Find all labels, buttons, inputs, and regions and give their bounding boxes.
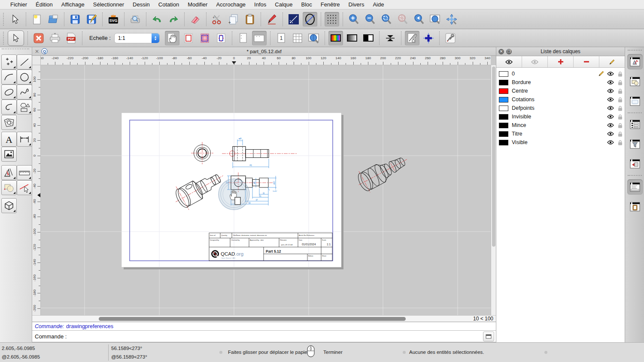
tab-title[interactable]: * part_05.12.dxf xyxy=(32,49,496,54)
line-tool-icon[interactable] xyxy=(17,54,32,69)
zoom-in-icon[interactable] xyxy=(346,12,361,27)
grayscale-mode-icon[interactable] xyxy=(345,31,359,45)
lengthen-tool-icon[interactable] xyxy=(286,12,301,27)
menu-selectionner[interactable]: Sélectionner xyxy=(89,1,128,8)
zoom-previous-icon[interactable] xyxy=(412,12,426,27)
paste-icon[interactable] xyxy=(243,12,257,27)
layer-row-Mince[interactable]: Mince xyxy=(496,121,625,130)
menu-fenetre[interactable]: Fenêtre xyxy=(316,1,344,8)
solid-3d-tool-icon[interactable] xyxy=(1,198,17,213)
menu-bloc[interactable]: Bloc xyxy=(297,1,316,8)
layer-row-0[interactable]: 0 xyxy=(496,69,625,78)
dock-library-browser-icon[interactable] xyxy=(627,156,643,172)
layer-row-Centre[interactable]: Centre xyxy=(496,87,625,95)
paper-offset-icon[interactable] xyxy=(383,31,398,45)
svg-export-icon[interactable]: SVG xyxy=(106,12,121,27)
palette-drag-handle[interactable] xyxy=(2,48,29,49)
paper-fit-icon[interactable] xyxy=(214,31,228,45)
menu-infos[interactable]: Infos xyxy=(250,1,270,8)
menu-accrochage[interactable]: Accrochage xyxy=(212,1,250,8)
canvas-horizontal-scrollbar[interactable]: 10 < 100 xyxy=(32,315,496,322)
copy-icon[interactable]: + xyxy=(226,12,241,27)
point-tool-icon[interactable] xyxy=(1,54,17,69)
tab-close-icon[interactable]: ✕ xyxy=(35,48,39,54)
arc-tool-icon[interactable] xyxy=(1,69,17,84)
polyline-tool-icon[interactable] xyxy=(1,100,17,115)
layer-visibility-eye-icon[interactable] xyxy=(606,97,615,102)
page-portrait-icon[interactable] xyxy=(236,31,250,45)
scale-combobox[interactable]: 1:1 ▲▼ xyxy=(114,33,160,43)
eraser-icon[interactable] xyxy=(188,12,203,27)
ellipse-modify-tool-icon[interactable] xyxy=(303,12,317,27)
layer-visibility-eye-icon[interactable] xyxy=(606,72,615,76)
add-layer-icon[interactable] xyxy=(548,56,574,67)
layer-lock-icon[interactable] xyxy=(615,88,625,94)
layer-row-Titre[interactable]: Titre xyxy=(496,130,625,138)
paper-overlay-icon[interactable] xyxy=(197,31,212,45)
block-tool-icon[interactable] xyxy=(1,180,17,195)
zoom-auto-icon[interactable] xyxy=(379,12,394,27)
circle-tool-icon[interactable] xyxy=(17,69,32,84)
layer-visibility-eye-icon[interactable] xyxy=(606,106,615,110)
scale-stepper-icon[interactable]: ▲▼ xyxy=(152,33,159,43)
layer-visibility-eye-icon[interactable] xyxy=(606,115,615,119)
dock-layer-list-icon[interactable] xyxy=(627,54,643,69)
menu-calque[interactable]: Calque xyxy=(270,1,297,8)
ellipse-tool-icon[interactable] xyxy=(1,84,17,100)
layer-visibility-eye-icon[interactable] xyxy=(606,140,615,145)
menu-dessin[interactable]: Dessin xyxy=(128,1,154,8)
layer-visibility-eye-icon[interactable] xyxy=(606,123,615,127)
pointer-tool-icon[interactable] xyxy=(8,12,22,27)
page-landscape-icon[interactable] xyxy=(252,31,267,45)
dock-command-line-icon[interactable] xyxy=(627,179,643,195)
menu-fichier[interactable]: Fichier xyxy=(6,1,31,8)
layer-lock-icon[interactable] xyxy=(615,140,625,145)
layer-lock-icon[interactable] xyxy=(615,97,625,103)
hide-all-layers-eye-icon[interactable] xyxy=(522,56,548,67)
layer-row-Defpoints[interactable]: Defpoints xyxy=(496,104,625,112)
misc-draw-tool-icon[interactable] xyxy=(1,165,17,180)
text-tool-icon[interactable]: A xyxy=(1,132,17,147)
layer-lock-icon[interactable] xyxy=(615,114,625,120)
v-scroll-thumb[interactable] xyxy=(492,66,495,247)
dock-clipboard-panel-icon[interactable] xyxy=(627,199,643,214)
print-icon[interactable] xyxy=(48,31,62,45)
menu-divers[interactable]: Divers xyxy=(344,1,369,8)
grid-toggle-icon[interactable] xyxy=(325,12,339,27)
save-file-icon[interactable] xyxy=(68,12,82,27)
panel-float-icon[interactable]: ❐ xyxy=(506,49,512,54)
command-expand-button[interactable] xyxy=(483,332,494,341)
layer-row-Cotations[interactable]: Cotations xyxy=(496,95,625,104)
zoom-page-icon[interactable] xyxy=(307,31,321,45)
h-scroll-thumb[interactable] xyxy=(99,317,406,321)
dimension-tool-icon[interactable] xyxy=(17,132,32,147)
image-tool-icon[interactable] xyxy=(1,147,17,162)
color-mode-icon[interactable] xyxy=(328,31,343,45)
close-print-preview-icon[interactable] xyxy=(31,31,46,45)
draw-pencil-icon[interactable] xyxy=(264,12,279,27)
canvas-vertical-scrollbar[interactable] xyxy=(491,65,496,315)
save-as-file-icon[interactable] xyxy=(84,12,99,27)
paper-borders-icon[interactable] xyxy=(181,31,196,45)
dock-view-list-icon[interactable] xyxy=(627,94,643,109)
dock-property-editor-icon[interactable] xyxy=(627,117,643,132)
drawing-settings-icon[interactable] xyxy=(405,31,419,45)
panel-close-icon[interactable]: ✕ xyxy=(498,49,504,54)
shape-tool-icon[interactable] xyxy=(17,100,32,115)
menu-affichage[interactable]: Affichage xyxy=(57,1,89,8)
single-page-icon[interactable]: 1 xyxy=(274,31,289,45)
move-paper-hand-icon[interactable] xyxy=(165,31,179,45)
show-all-layers-eye-icon[interactable] xyxy=(496,56,522,67)
cut-icon[interactable]: + xyxy=(210,12,225,27)
edit-layer-pencil-icon[interactable] xyxy=(599,56,625,67)
layer-row-Bordure[interactable]: Bordure xyxy=(496,78,625,87)
print-preview-icon[interactable] xyxy=(128,12,143,27)
dock-selection-filter-icon[interactable] xyxy=(627,136,643,152)
layer-lock-icon[interactable] xyxy=(615,131,625,137)
preferences-wrench-icon[interactable] xyxy=(443,31,458,45)
menu-edition[interactable]: Édition xyxy=(31,1,57,8)
menu-aide[interactable]: Aide xyxy=(368,1,388,8)
menu-modifier[interactable]: Modifier xyxy=(183,1,212,8)
drawing-canvas[interactable]: ø8 41 xyxy=(41,65,491,315)
layer-lock-icon[interactable] xyxy=(615,106,625,111)
